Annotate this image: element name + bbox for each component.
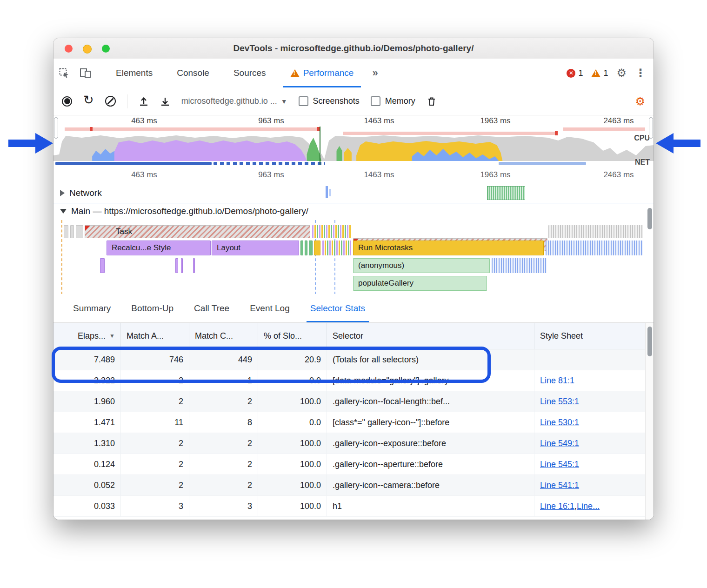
vertical-scrollbar-thumb[interactable]: [647, 208, 652, 229]
collapse-track-icon[interactable]: [60, 209, 67, 214]
performance-toolbar: ↻ microsoftedge.github.io ... ▼ Screensh…: [53, 87, 654, 115]
run-microtasks-bar[interactable]: Run Microtasks: [353, 241, 544, 255]
table-row[interactable]: 0.124 2 2 100.0 .gallery-icon--aperture:…: [53, 454, 645, 475]
overview-right-handle[interactable]: [649, 117, 653, 139]
cell-elapsed: 0.124: [53, 454, 121, 474]
header-slow-path-pct[interactable]: % of Slo...: [258, 323, 327, 349]
cell-slow-path-pct: 100.0: [258, 391, 327, 412]
network-track[interactable]: Network: [53, 184, 654, 203]
stylesheet-link[interactable]: Line 553:1: [540, 397, 579, 407]
layout-bar[interactable]: Layout: [212, 241, 299, 255]
table-row[interactable]: 2.322 2 1 0.0 [data-module="gallery"] .g…: [53, 370, 645, 391]
anonymous-function-bar[interactable]: (anonymous): [353, 258, 490, 273]
flame-label: Run Microtasks: [354, 243, 413, 253]
main-thread-track[interactable]: Main — https://microsoftedge.github.io/D…: [53, 203, 654, 295]
cell-slow-path-pct: 0.0: [258, 370, 327, 391]
capture-settings-gear-icon[interactable]: ⚙: [635, 96, 645, 107]
warning-badge[interactable]: 1: [591, 68, 608, 78]
settings-gear-icon[interactable]: ⚙: [616, 67, 627, 79]
selector-stats-body: 7.489 746 449 20.9 (Totals for all selec…: [53, 349, 654, 517]
vertical-scrollbar[interactable]: [645, 323, 654, 520]
collect-garbage-icon[interactable]: [427, 96, 437, 107]
stylesheet-link[interactable]: Line 81:1: [540, 376, 574, 386]
populate-gallery-bar[interactable]: populateGallery: [353, 276, 487, 291]
cell-slow-path-pct: 100.0: [258, 475, 327, 495]
minimize-window-button[interactable]: [83, 45, 92, 53]
table-row[interactable]: 1.471 11 8 0.0 [class*=" gallery-icon--"…: [53, 412, 645, 433]
header-match-count[interactable]: Match C...: [189, 323, 258, 349]
zoom-window-button[interactable]: [102, 45, 110, 53]
stylesheet-link[interactable]: Line 545:1: [540, 460, 579, 469]
cell-selector: h1: [327, 496, 534, 516]
memory-label: Memory: [385, 96, 415, 106]
cpu-activity-chart: [53, 132, 654, 161]
reload-and-record-button[interactable]: ↻: [83, 94, 94, 107]
annotation-arrow-left: [8, 133, 53, 154]
save-profile-icon[interactable]: [160, 96, 170, 107]
style-bar: [100, 258, 105, 273]
error-badge[interactable]: ✕ 1: [567, 68, 583, 78]
tab-elements[interactable]: Elements: [104, 59, 165, 87]
error-count: 1: [578, 68, 583, 78]
cell-slow-path-pct: 0.0: [258, 412, 327, 433]
network-request-marker: [329, 189, 331, 196]
tab-selector-stats[interactable]: Selector Stats: [300, 294, 375, 322]
tab-event-log[interactable]: Event Log: [240, 294, 300, 322]
record-button[interactable]: [62, 96, 72, 107]
tab-sources[interactable]: Sources: [221, 59, 278, 87]
expand-track-icon[interactable]: [60, 190, 65, 196]
tab-console[interactable]: Console: [165, 59, 221, 87]
script-bar: [314, 241, 320, 255]
net-track-label: NET: [635, 158, 650, 167]
playhead-marker[interactable]: [320, 127, 320, 165]
table-row[interactable]: 7.489 746 449 20.9 (Totals for all selec…: [53, 349, 645, 370]
style-bar: [193, 258, 195, 273]
stylesheet-link[interactable]: Line 16:1: [540, 501, 574, 511]
table-row[interactable]: 0.052 2 2 100.0 .gallery-icon--camera::b…: [53, 475, 645, 496]
tab-bottom-up[interactable]: Bottom-Up: [121, 294, 184, 322]
close-window-button[interactable]: [65, 45, 73, 53]
load-profile-icon[interactable]: [139, 96, 149, 107]
cell-match-attempts: 2: [121, 391, 189, 412]
screenshot-stage: DevTools - microsoftedge.github.io/Demos…: [0, 0, 707, 588]
header-elapsed[interactable]: Elaps...▼: [53, 323, 121, 349]
inspect-element-icon[interactable]: [53, 59, 75, 87]
recalculate-style-bar[interactable]: Recalcu...e Style: [107, 241, 211, 255]
header-style-sheet[interactable]: Style Sheet: [534, 323, 645, 349]
cell-slow-path-pct: 100.0: [258, 496, 327, 516]
header-match-attempts[interactable]: Match A...: [121, 323, 189, 349]
cell-selector: [data-module="gallery"] .gallery: [327, 370, 534, 391]
net-activity-bar: [55, 162, 212, 165]
header-selector[interactable]: Selector: [327, 323, 534, 349]
kebab-menu-icon[interactable]: ⋮: [635, 67, 646, 80]
history-dropdown[interactable]: microsoftedge.github.io ... ▼: [181, 96, 287, 106]
stylesheet-link[interactable]: Line 530:1: [540, 418, 579, 428]
history-dropdown-value: microsoftedge.github.io ...: [181, 96, 277, 106]
table-row[interactable]: 1.310 2 2 100.0 .gallery-icon--exposure:…: [53, 433, 645, 454]
tab-summary[interactable]: Summary: [63, 294, 121, 322]
table-row[interactable]: 0.033 3 3 100.0 h1 Line 16:1 , Line...: [53, 496, 645, 517]
selector-stats-grid: Elaps...▼ Match A... Match C... % of Slo…: [53, 323, 654, 520]
network-request-marker: [326, 186, 328, 198]
cell-elapsed: 2.322: [53, 370, 121, 391]
cell-style-sheet: Line 81:1: [534, 370, 645, 391]
memory-checkbox[interactable]: Memory: [371, 96, 415, 106]
vertical-scrollbar-thumb[interactable]: [647, 327, 652, 356]
timeline-overview[interactable]: 463 ms963 ms1463 ms1963 ms2463 ms: [53, 115, 654, 167]
screenshots-checkbox[interactable]: Screenshots: [299, 96, 360, 106]
tab-call-tree[interactable]: Call Tree: [184, 294, 240, 322]
stylesheet-link[interactable]: Line 541:1: [540, 481, 579, 490]
more-tabs-icon[interactable]: »: [366, 59, 384, 87]
stylesheet-link[interactable]: Line...: [577, 501, 600, 511]
device-toolbar-icon[interactable]: [75, 59, 96, 87]
network-activity-strip: [65, 127, 320, 131]
window-titlebar: DevTools - microsoftedge.github.io/Demos…: [53, 38, 654, 59]
table-row[interactable]: 1.960 2 2 100.0 .gallery-icon--focal-len…: [53, 391, 645, 412]
net-activity-bar: [213, 162, 325, 165]
style-bar: [175, 258, 178, 273]
stylesheet-link[interactable]: Line 549:1: [540, 439, 579, 448]
overview-left-handle[interactable]: [54, 117, 58, 139]
clear-button[interactable]: [105, 96, 116, 107]
tab-performance[interactable]: Performance: [278, 59, 366, 87]
long-task-bar[interactable]: Task: [85, 225, 310, 238]
